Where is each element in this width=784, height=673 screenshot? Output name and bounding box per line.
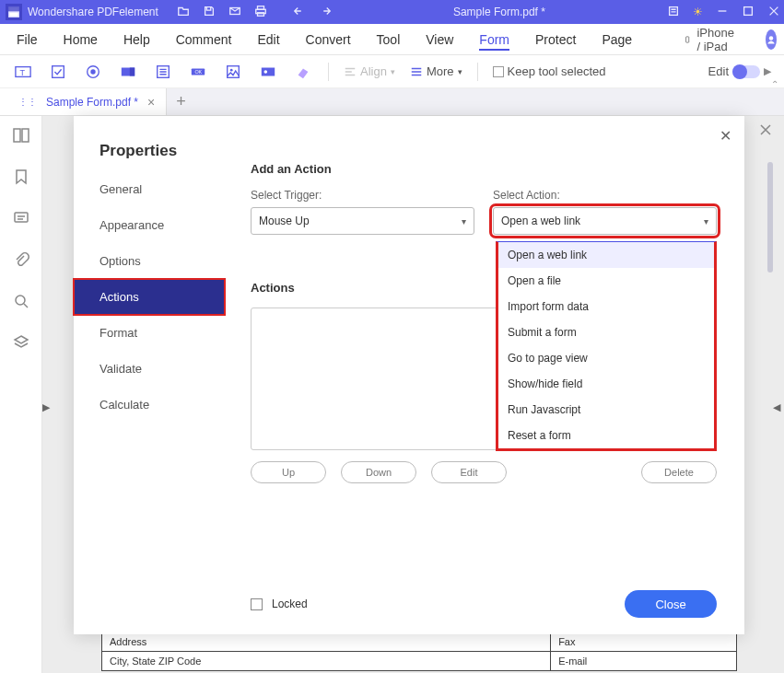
tab-calculate[interactable]: Calculate — [74, 387, 225, 423]
svg-text:OK: OK — [194, 68, 202, 74]
action-option[interactable]: Go to page view — [498, 345, 714, 371]
action-option[interactable]: Import form data — [498, 294, 714, 319]
search-icon[interactable] — [13, 293, 29, 312]
text-field-icon[interactable]: T — [13, 62, 33, 82]
locked-checkbox[interactable]: Locked — [251, 598, 308, 610]
checkbox-field-icon[interactable] — [48, 62, 68, 82]
eraser-icon[interactable] — [293, 62, 313, 82]
mail-icon[interactable] — [228, 5, 241, 20]
section-heading: Add an Action — [251, 162, 717, 176]
svg-point-9 — [768, 36, 773, 41]
action-option[interactable]: Open a file — [498, 268, 714, 294]
menu-page[interactable]: Page — [602, 32, 632, 47]
tab-format[interactable]: Format — [74, 315, 225, 351]
comments-icon[interactable] — [13, 210, 29, 229]
chevron-down-icon: ▾ — [462, 216, 466, 226]
print-icon[interactable] — [254, 5, 267, 20]
user-avatar-icon[interactable] — [766, 29, 777, 50]
image-field-icon[interactable] — [223, 62, 243, 82]
action-option[interactable]: Show/hide field — [498, 371, 714, 397]
bookmark-icon[interactable] — [13, 168, 29, 188]
undo-icon[interactable] — [293, 5, 306, 20]
menu-comment[interactable]: Comment — [176, 32, 232, 47]
keep-tool-checkbox[interactable]: Keep tool selected — [493, 64, 606, 78]
tab-strip: ⋮⋮ Sample Form.pdf * × + — [0, 88, 784, 116]
save-icon[interactable] — [203, 5, 216, 20]
notes-icon[interactable] — [667, 5, 680, 20]
action-select[interactable]: Open a web link▾ — [493, 207, 717, 235]
menu-help[interactable]: Help — [123, 32, 150, 47]
svg-point-23 — [264, 70, 268, 74]
document-tab[interactable]: ⋮⋮ Sample Form.pdf * × — [0, 88, 167, 115]
action-option[interactable]: Open a web link — [498, 242, 714, 268]
align-dropdown[interactable]: Align ▾ — [344, 64, 395, 78]
combo-field-icon[interactable] — [118, 62, 138, 82]
redo-icon[interactable] — [319, 5, 332, 20]
more-dropdown[interactable]: More ▾ — [410, 64, 462, 78]
close-window-icon[interactable] — [767, 5, 780, 20]
chevron-down-icon: ▾ — [704, 216, 708, 226]
svg-rect-8 — [686, 36, 689, 41]
action-option[interactable]: Submit a form — [498, 319, 714, 345]
workspace: ▶ ◀ AddressFax City, State ZIP CodeE-mai… — [0, 116, 784, 673]
tab-actions[interactable]: Actions — [74, 279, 225, 315]
attachment-icon[interactable] — [13, 251, 29, 271]
tab-validate[interactable]: Validate — [74, 351, 225, 387]
layers-icon[interactable] — [13, 334, 29, 354]
tab-appearance[interactable]: Appearance — [74, 207, 225, 243]
device-switch[interactable]: iPhone / iPad — [684, 26, 739, 53]
svg-rect-6 — [670, 6, 678, 15]
left-rail — [0, 116, 42, 673]
collapse-ribbon-icon[interactable]: ⌃ — [771, 79, 778, 89]
radio-field-icon[interactable] — [83, 62, 103, 82]
menu-convert[interactable]: Convert — [306, 32, 351, 47]
title-bar: Wondershare PDFelement Sample Form.pdf *… — [0, 0, 784, 24]
properties-content: Add an Action Select Trigger: Mouse Up▾ … — [251, 162, 717, 616]
tab-general[interactable]: General — [74, 171, 225, 207]
document-title: Sample Form.pdf * — [332, 6, 667, 18]
svg-rect-24 — [14, 129, 20, 142]
svg-point-27 — [16, 296, 25, 305]
background-document: AddressFax City, State ZIP CodeE-mail — [101, 632, 737, 671]
menu-home[interactable]: Home — [64, 32, 98, 47]
properties-dialog: ✕ Properties General Appearance Options … — [74, 116, 744, 634]
close-button[interactable]: Close — [625, 590, 717, 618]
menu-form[interactable]: Form — [479, 32, 509, 51]
thumbnails-icon[interactable] — [13, 127, 29, 146]
edit-toggle[interactable]: Edit ▶ — [708, 64, 771, 78]
open-icon[interactable] — [177, 5, 190, 20]
tab-options[interactable]: Options — [74, 243, 225, 279]
properties-sidebar: Properties General Appearance Options Ac… — [74, 116, 225, 634]
list-field-icon[interactable] — [153, 62, 173, 82]
svg-point-14 — [90, 69, 95, 74]
menu-view[interactable]: View — [426, 32, 453, 47]
menu-tool[interactable]: Tool — [377, 32, 401, 47]
action-option[interactable]: Run Javascript — [498, 397, 714, 423]
new-tab-button[interactable]: + — [167, 92, 195, 111]
expand-right-icon[interactable]: ◀ — [773, 401, 780, 413]
menu-protect[interactable]: Protect — [535, 32, 576, 47]
maximize-icon[interactable] — [742, 5, 755, 20]
delete-button[interactable]: Delete — [641, 461, 717, 483]
trigger-select[interactable]: Mouse Up▾ — [251, 207, 474, 235]
trigger-label: Select Trigger: — [251, 189, 474, 202]
menu-file[interactable]: File — [17, 32, 38, 47]
menu-edit[interactable]: Edit — [257, 32, 279, 47]
minimize-icon[interactable] — [716, 5, 729, 20]
action-label: Select Action: — [493, 189, 717, 202]
svg-rect-16 — [130, 67, 135, 75]
tab-close-icon[interactable]: × — [147, 95, 155, 110]
signature-field-icon[interactable] — [258, 62, 278, 82]
edit-button[interactable]: Edit — [431, 461, 507, 483]
scrollbar-thumb[interactable] — [767, 162, 773, 273]
action-option[interactable]: Reset a form — [498, 423, 714, 448]
down-button[interactable]: Down — [341, 461, 416, 483]
svg-rect-25 — [22, 129, 29, 142]
expand-left-icon[interactable]: ▶ — [42, 401, 50, 413]
up-button[interactable]: Up — [251, 461, 326, 483]
theme-icon[interactable]: ☀ — [693, 6, 703, 18]
button-field-icon[interactable]: OK — [188, 62, 208, 82]
dialog-close-icon[interactable]: ✕ — [720, 127, 731, 145]
close-panel-icon[interactable] — [747, 116, 784, 144]
svg-rect-26 — [15, 213, 28, 222]
